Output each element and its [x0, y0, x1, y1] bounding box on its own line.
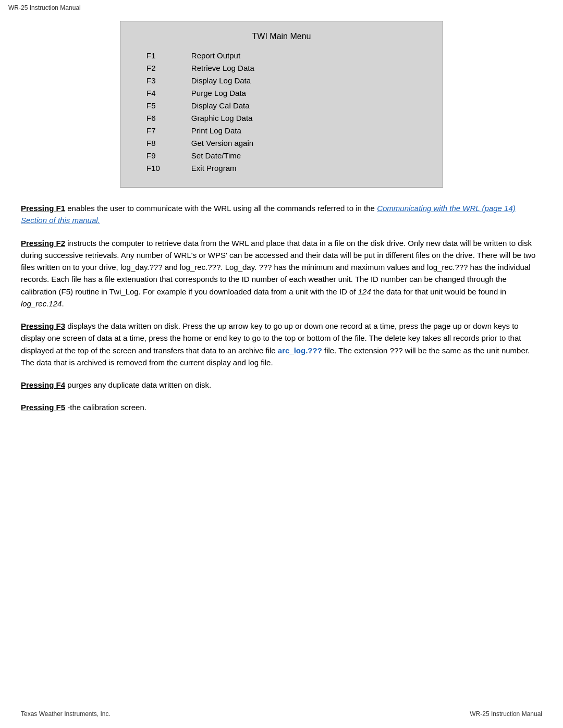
header-title: WR-25 Instruction Manual	[8, 4, 81, 11]
footer-right: WR-25 Instruction Manual	[470, 710, 542, 718]
menu-key: F10	[146, 162, 191, 175]
menu-row: F4Purge Log Data	[146, 87, 254, 100]
section-f4-text: purges any duplicate data written on dis…	[65, 380, 211, 389]
pressing-f1-label: Pressing F1	[21, 204, 65, 213]
menu-row: F2Retrieve Log Data	[146, 62, 254, 75]
menu-key: F7	[146, 125, 191, 137]
pressing-f4-label: Pressing F4	[21, 380, 65, 389]
section-f5: Pressing F5 -the calibration screen.	[21, 401, 542, 413]
menu-label: Print Log Data	[191, 125, 254, 137]
menu-row: F5Display Cal Data	[146, 100, 254, 112]
menu-row: F6Graphic Log Data	[146, 112, 254, 125]
section-f2-text3: .	[62, 299, 64, 308]
menu-key: F2	[146, 62, 191, 75]
menu-label: Get Version again	[191, 137, 254, 150]
menu-label: Report Output	[191, 50, 254, 62]
menu-row: F9Set Date/Time	[146, 150, 254, 162]
menu-key: F5	[146, 100, 191, 112]
menu-label: Purge Log Data	[191, 87, 254, 100]
pressing-f2-label: Pressing F2	[21, 239, 65, 248]
section-f3-highlight: arc_log.???	[278, 346, 322, 355]
menu-label: Exit Program	[191, 162, 254, 175]
menu-title: TWI Main Menu	[136, 32, 427, 41]
menu-key: F9	[146, 150, 191, 162]
pressing-f5-label: Pressing F5	[21, 403, 65, 412]
menu-label: Display Log Data	[191, 75, 254, 87]
menu-row: F7Print Log Data	[146, 125, 254, 137]
section-f2: Pressing F2 instructs the computer to re…	[21, 237, 542, 310]
menu-label: Set Date/Time	[191, 150, 254, 162]
menu-key: F3	[146, 75, 191, 87]
menu-label: Display Cal Data	[191, 100, 254, 112]
section-f2-text2: the data for that unit would be found in	[371, 287, 506, 296]
menu-key: F1	[146, 50, 191, 62]
menu-row: F1Report Output	[146, 50, 254, 62]
menu-label: Retrieve Log Data	[191, 62, 254, 75]
menu-key: F4	[146, 87, 191, 100]
menu-items: F1Report OutputF2Retrieve Log DataF3Disp…	[146, 50, 254, 175]
menu-box: TWI Main Menu F1Report OutputF2Retrieve …	[120, 21, 443, 188]
section-f5-text: -the calibration screen.	[65, 403, 146, 412]
section-f1-text: enables the user to communicate with the…	[65, 204, 377, 213]
page-footer: Texas Weather Instruments, Inc. WR-25 In…	[0, 710, 563, 718]
menu-key: F8	[146, 137, 191, 150]
section-f2-italic2: log_rec.124	[21, 299, 62, 308]
section-f3: Pressing F3 displays the data written on…	[21, 320, 542, 368]
section-f2-italic1: 124	[358, 287, 371, 296]
footer-left: Texas Weather Instruments, Inc.	[21, 710, 111, 718]
menu-key: F6	[146, 112, 191, 125]
page-header: WR-25 Instruction Manual	[0, 0, 563, 16]
menu-row: F10Exit Program	[146, 162, 254, 175]
pressing-f3-label: Pressing F3	[21, 322, 65, 330]
menu-row: F3Display Log Data	[146, 75, 254, 87]
page-content: TWI Main Menu F1Report OutputF2Retrieve …	[0, 16, 563, 466]
menu-label: Graphic Log Data	[191, 112, 254, 125]
menu-row: F8Get Version again	[146, 137, 254, 150]
section-f1: Pressing F1 enables the user to communic…	[21, 202, 542, 227]
section-f4: Pressing F4 purges any duplicate data wr…	[21, 379, 542, 391]
